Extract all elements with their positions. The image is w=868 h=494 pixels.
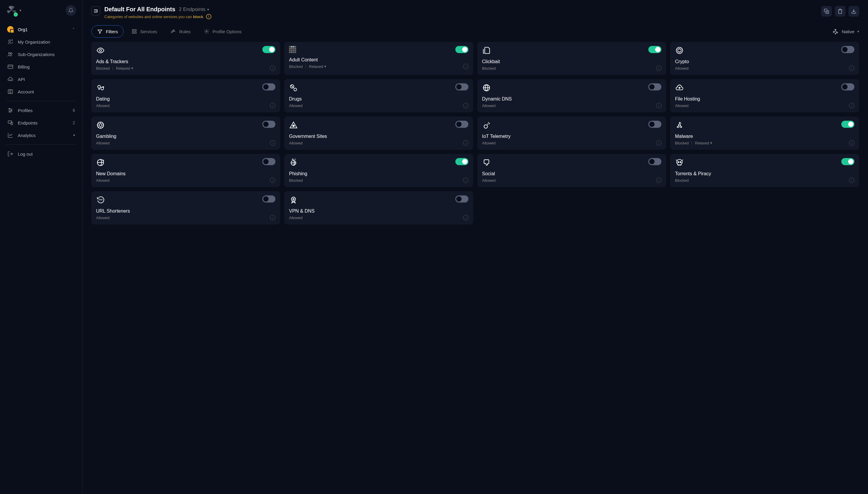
info-icon[interactable]: i [656,65,661,71]
svg-point-33 [484,125,488,128]
filter-mode-dropdown[interactable]: Relaxed ▾ [309,64,326,69]
filter-mode-dropdown[interactable]: Relaxed ▾ [116,66,133,71]
info-icon[interactable]: i [463,215,468,220]
filter-card-ads-trackers: Ads & TrackersBlockedRelaxed ▾i [91,42,280,75]
filter-status: Allowed [675,103,689,108]
filter-card-iot-telemetry: IoT TelemetryAllowedi [477,116,666,150]
sidebar-item-my-organization[interactable]: My Organization [3,36,79,48]
filter-toggle[interactable] [841,121,854,128]
chart-icon [7,132,14,138]
info-icon[interactable]: i [270,140,275,146]
download-button[interactable] [848,6,859,17]
info-icon[interactable]: i [463,140,468,146]
filter-toggle[interactable] [841,83,854,91]
tab-rules[interactable]: Rules [165,25,196,38]
filter-card-crypto: CryptoAllowedi [670,42,859,75]
filter-status: Allowed [482,103,496,108]
filter-toggle[interactable] [455,46,468,53]
svg-point-2 [11,53,12,54]
filter-card-malware: MalwareBlockedRelaxed ▾i [670,116,859,150]
filter-status: Blocked [289,64,303,69]
info-icon[interactable]: i [463,103,468,108]
endpoints-dropdown[interactable]: 2 Endpoints ▾ [179,6,209,13]
filter-toggle[interactable] [841,158,854,165]
filter-name: Ads & Trackers [96,59,275,64]
info-icon[interactable]: i [849,140,854,146]
filter-toggle[interactable] [262,158,275,165]
pyramid-eye-icon [289,121,298,130]
svg-point-30 [99,124,102,126]
info-icon[interactable]: i [270,215,275,220]
ww-circle-icon: ww [96,195,105,204]
globe-plus-icon [96,158,105,167]
svg-point-10 [97,11,98,12]
info-icon[interactable]: i [656,177,661,183]
info-icon[interactable]: i [849,177,854,183]
filter-toggle[interactable] [262,195,275,203]
app-logo-switcher[interactable]: ✓ ▾ [6,5,21,16]
sidebar-item-api[interactable]: API [3,73,79,86]
info-icon[interactable]: i [463,177,468,183]
tab-filters[interactable]: Filters [91,25,123,38]
info-icon[interactable]: i [463,64,468,69]
filter-status: Blocked [482,66,496,71]
sidebar-logout[interactable]: Log out [3,148,79,160]
svg-point-5 [9,108,10,109]
filter-status: Blocked [289,178,303,183]
filter-toggle[interactable] [648,158,661,165]
gender-icon [96,83,105,92]
warning-icon[interactable]: ! [206,14,211,19]
native-selector[interactable]: Native ▾ [832,28,859,35]
svg-point-6 [11,110,12,111]
main-content: Default For All Endpoints 2 Endpoints ▾ … [82,0,868,494]
svg-text:ww: ww [99,198,102,201]
filter-toggle[interactable] [455,195,468,203]
filter-mode-dropdown[interactable]: Relaxed ▾ [695,141,712,145]
info-icon[interactable]: i [656,103,661,108]
filter-toggle[interactable] [841,46,854,53]
sidebar-item-billing[interactable]: Billing [3,60,79,73]
svg-point-38 [680,162,681,163]
sidebar-item-account[interactable]: Account [3,86,79,98]
sidebar-org-header[interactable]: Org1 ⌃ [3,23,79,36]
filter-toggle[interactable] [262,83,275,91]
notifications-button[interactable] [65,5,76,16]
duplicate-button[interactable] [821,6,832,17]
filter-toggle[interactable] [262,121,275,128]
info-icon[interactable]: i [270,103,275,108]
filter-name: Social [482,171,661,176]
hammer-icon [170,28,176,34]
filter-card-vpn-dns: VPN & DNSAllowedi [284,191,473,225]
signal-icon [482,121,491,130]
info-icon[interactable]: i [270,65,275,71]
svg-point-1 [8,53,11,54]
filter-status: Blocked [675,141,689,145]
tabs: FiltersServicesRulesProfile Options [91,25,247,38]
sidebar-item-analytics[interactable]: Analytics▾ [3,129,79,141]
svg-rect-3 [8,65,13,69]
filter-toggle[interactable] [648,46,661,53]
svg-rect-15 [135,32,136,34]
sidebar-item-profiles[interactable]: Profiles6 [3,104,79,116]
tab-profile-options[interactable]: Profile Options [198,25,247,38]
filter-toggle[interactable] [455,83,468,91]
filter-toggle[interactable] [262,46,275,53]
filter-toggle[interactable] [455,158,468,165]
info-icon[interactable]: i [849,65,854,71]
info-icon[interactable]: i [849,103,854,108]
info-icon[interactable]: i [270,177,275,183]
sidebar-item-endpoints[interactable]: Endpoints2 [3,116,79,129]
sidebar-item-sub-organizations[interactable]: Sub-Organizations [3,48,79,60]
svg-point-24 [98,86,100,88]
filter-toggle[interactable] [455,121,468,128]
filter-toggle[interactable] [648,121,661,128]
filter-card-social: SocialAllowedi [477,154,666,187]
filter-name: Adult Content [289,57,468,62]
svg-point-21 [100,50,102,52]
info-icon[interactable]: i [656,140,661,146]
delete-button[interactable] [835,6,846,17]
thumb-down-icon [482,158,491,167]
svg-point-19 [836,32,838,33]
tab-services[interactable]: Services [126,25,163,38]
filter-toggle[interactable] [648,83,661,91]
